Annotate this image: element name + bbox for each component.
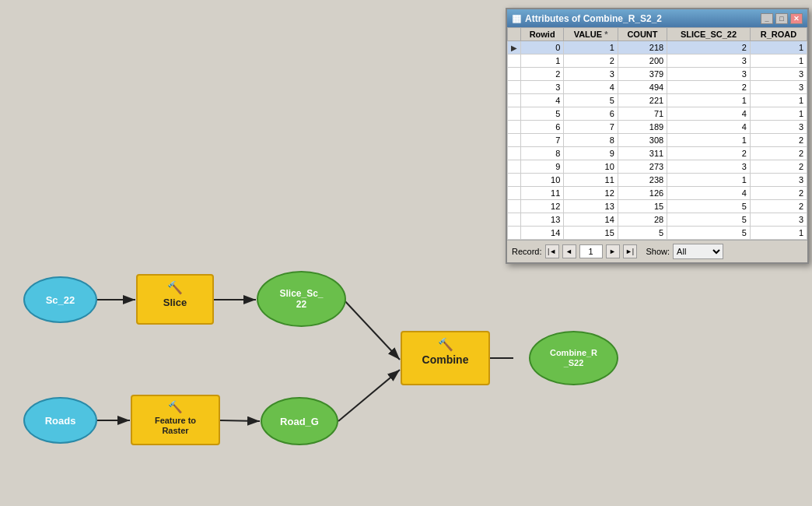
table-cell: 2: [564, 54, 618, 68]
row-indicator: [508, 81, 521, 94]
node-combiner[interactable]: Combine_R_S22: [529, 331, 618, 385]
table-cell: 9: [564, 147, 618, 160]
combine-icon: 🔨: [438, 337, 453, 352]
slice-icon: 🔨: [167, 280, 183, 295]
col-rowid[interactable]: Rowid: [521, 28, 564, 41]
nav-next-button[interactable]: ►: [606, 244, 620, 258]
col-count[interactable]: COUNT: [618, 28, 667, 41]
table-row[interactable]: 1220031: [508, 54, 807, 68]
node-featureraster[interactable]: 🔨 Feature toRaster: [131, 395, 220, 445]
table-row[interactable]: 12131552: [508, 200, 807, 213]
nav-prev-button[interactable]: ◄: [562, 244, 576, 258]
row-indicator: [508, 54, 521, 68]
table-cell: 5: [667, 227, 751, 240]
table-cell: 2: [750, 200, 807, 213]
node-roadg[interactable]: Road_G: [261, 397, 338, 445]
table-cell: 14: [521, 227, 564, 240]
svg-line-3: [342, 298, 400, 360]
attr-table-wrap: Rowid VALUE * COUNT SLICE_SC_22 R_ROAD ▶…: [507, 27, 807, 240]
table-row[interactable]: 13142853: [508, 213, 807, 227]
table-cell: 5: [564, 94, 618, 107]
table-cell: 3: [750, 68, 807, 81]
table-cell: 1: [750, 107, 807, 121]
table-cell: 126: [618, 187, 667, 200]
table-row[interactable]: 3449423: [508, 81, 807, 94]
table-cell: 5: [667, 200, 751, 213]
nav-first-button[interactable]: |◄: [545, 244, 559, 258]
table-cell: 8: [521, 147, 564, 160]
table-cell: 2: [750, 187, 807, 200]
node-sc22[interactable]: Sc_22: [23, 276, 97, 323]
table-row[interactable]: 567141: [508, 107, 807, 121]
table-cell: 2: [750, 134, 807, 147]
svg-line-5: [220, 420, 260, 421]
table-cell: 4: [667, 187, 751, 200]
titlebar-controls[interactable]: _ □ ✕: [761, 13, 803, 24]
node-combine[interactable]: 🔨 Combine: [401, 331, 490, 385]
show-select[interactable]: All Selected: [673, 244, 723, 259]
table-row[interactable]: 6718943: [508, 121, 807, 134]
slicesc22-label: Slice_Sc_22: [279, 288, 323, 311]
table-row[interactable]: 1415551: [508, 227, 807, 240]
table-cell: 494: [618, 81, 667, 94]
row-indicator: [508, 68, 521, 81]
table-cell: 1: [750, 227, 807, 240]
table-cell: 2: [667, 41, 751, 54]
table-cell: 1: [750, 94, 807, 107]
nav-last-button[interactable]: ►|: [623, 244, 637, 258]
table-row[interactable]: 8931122: [508, 147, 807, 160]
table-cell: 13: [564, 200, 618, 213]
node-slicesc22[interactable]: Slice_Sc_22: [257, 271, 346, 327]
table-cell: 1: [667, 94, 751, 107]
table-cell: 6: [521, 121, 564, 134]
attr-titlebar: ▦ Attributes of Combine_R_S2_2 _ □ ✕: [507, 9, 807, 27]
slice-label: Slice: [163, 297, 187, 308]
table-cell: 6: [564, 107, 618, 121]
table-cell: 221: [618, 94, 667, 107]
node-roads[interactable]: Roads: [23, 397, 97, 444]
table-cell: 1: [667, 134, 751, 147]
table-row[interactable]: 101123813: [508, 174, 807, 187]
table-row[interactable]: 4522111: [508, 94, 807, 107]
record-label: Record:: [512, 247, 542, 256]
attr-window-title: Attributes of Combine_R_S2_2: [525, 13, 662, 24]
table-cell: 2: [750, 160, 807, 174]
row-indicator: [508, 94, 521, 107]
roadg-label: Road_G: [280, 416, 319, 427]
node-slice[interactable]: 🔨 Slice: [136, 274, 214, 325]
close-button[interactable]: ✕: [790, 13, 803, 24]
featureraster-icon: 🔨: [168, 400, 183, 414]
col-slicesc22[interactable]: SLICE_SC_22: [667, 28, 751, 41]
col-value[interactable]: VALUE *: [564, 28, 618, 41]
row-indicator: [508, 134, 521, 147]
table-row[interactable]: 7830812: [508, 134, 807, 147]
table-cell: 11: [521, 187, 564, 200]
col-rroad[interactable]: R_ROAD: [750, 28, 807, 41]
table-cell: 5: [618, 227, 667, 240]
table-row[interactable]: 91027332: [508, 160, 807, 174]
table-cell: 4: [521, 94, 564, 107]
table-cell: 189: [618, 121, 667, 134]
table-cell: 3: [750, 213, 807, 227]
row-indicator: [508, 147, 521, 160]
row-indicator: ▶: [508, 41, 521, 54]
table-cell: 2: [750, 147, 807, 160]
table-cell: 218: [618, 41, 667, 54]
table-cell: 4: [667, 121, 751, 134]
table-cell: 15: [564, 227, 618, 240]
table-row[interactable]: ▶0121821: [508, 41, 807, 54]
show-label: Show:: [646, 247, 670, 256]
table-cell: 3: [564, 68, 618, 81]
row-indicator: [508, 107, 521, 121]
table-row[interactable]: 2337933: [508, 68, 807, 81]
restore-button[interactable]: □: [775, 13, 788, 24]
combine-label: Combine: [422, 353, 469, 366]
record-input[interactable]: [579, 244, 603, 258]
table-row[interactable]: 111212642: [508, 187, 807, 200]
table-cell: 14: [564, 213, 618, 227]
table-cell: 13: [521, 213, 564, 227]
table-cell: 15: [618, 200, 667, 213]
table-cell: 10: [521, 174, 564, 187]
minimize-button[interactable]: _: [761, 13, 773, 24]
table-cell: 71: [618, 107, 667, 121]
